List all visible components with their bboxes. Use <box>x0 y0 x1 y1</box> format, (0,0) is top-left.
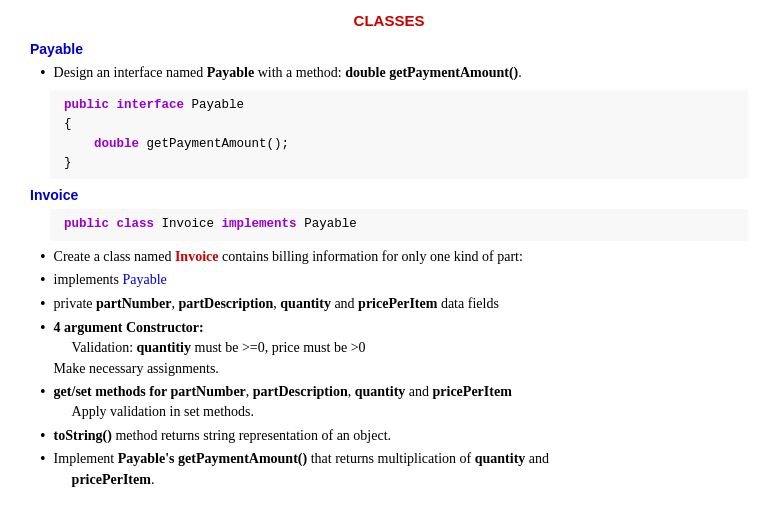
list-item: 4 argument Constructor: Validation: quan… <box>40 318 748 379</box>
list-item: Design an interface named Payable with a… <box>40 63 748 84</box>
section-title-payable: Payable <box>30 41 748 57</box>
list-item: toString() method returns string represe… <box>40 426 748 447</box>
code-block-payable: public interface Payable { double getPay… <box>50 90 748 180</box>
list-item: get/set methods for partNumber, partDesc… <box>40 382 748 423</box>
section-payable: Payable Design an interface named Payabl… <box>30 41 748 179</box>
page-title: CLASSES <box>30 12 748 29</box>
code-block-invoice: public class Invoice implements Payable <box>50 209 748 240</box>
list-item: private partNumber, partDescription, qua… <box>40 294 748 315</box>
list-item: Create a class named Invoice contains bi… <box>40 247 748 268</box>
section-title-invoice: Invoice <box>30 187 748 203</box>
section-invoice: Invoice public class Invoice implements … <box>30 187 748 490</box>
list-item: Implement Payable's getPaymentAmount() t… <box>40 449 748 490</box>
list-item: implements Payable <box>40 270 748 291</box>
